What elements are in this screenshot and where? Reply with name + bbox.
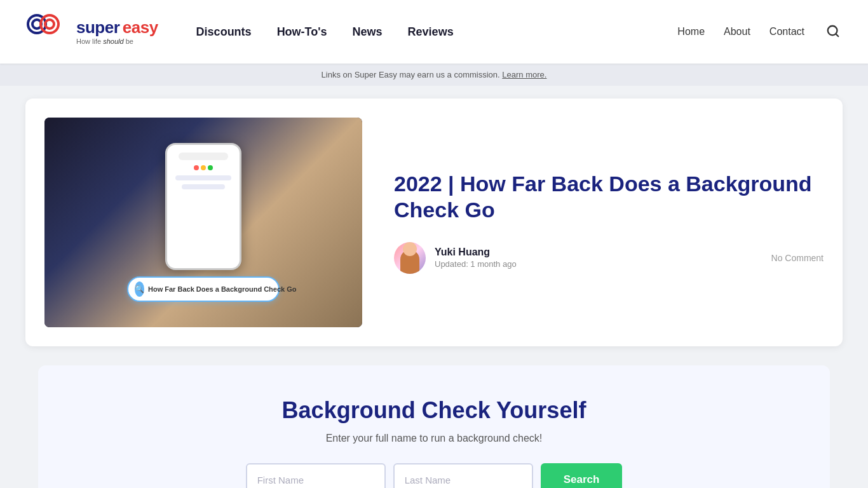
author-name: Yuki Huang bbox=[435, 247, 517, 258]
main-content: 🔍 How Far Back Does a Background Check G… bbox=[0, 86, 868, 488]
article-title: 2022 | How Far Back Does a Background Ch… bbox=[394, 171, 824, 223]
bg-check-widget: Background Check Yourself Enter your ful… bbox=[38, 365, 830, 488]
secondary-navigation: Home About Contact bbox=[677, 22, 843, 43]
search-button[interactable]: Search bbox=[541, 463, 623, 488]
search-bubble: 🔍 How Far Back Does a Background Check G… bbox=[127, 276, 280, 302]
phone-mockup bbox=[165, 143, 241, 270]
author-avatar bbox=[394, 242, 426, 274]
bg-check-form: Search bbox=[64, 463, 804, 488]
search-bubble-icon: 🔍 bbox=[135, 281, 144, 297]
svg-line-5 bbox=[836, 34, 838, 36]
phone-dots bbox=[194, 165, 213, 170]
dot-yellow bbox=[201, 165, 206, 170]
comment-count: No Comment bbox=[771, 253, 824, 263]
nav-item-reviews[interactable]: Reviews bbox=[408, 25, 454, 39]
article-card: 🔍 How Far Back Does a Background Check G… bbox=[25, 98, 843, 346]
first-name-input[interactable] bbox=[246, 463, 386, 488]
nav-item-about[interactable]: About bbox=[724, 26, 750, 37]
nav-item-discounts[interactable]: Discounts bbox=[196, 25, 252, 39]
avatar-head bbox=[403, 242, 417, 256]
notice-bar: Links on Super Easy may earn us a commis… bbox=[0, 64, 868, 86]
author-info: Yuki Huang Updated: 1 month ago bbox=[394, 242, 517, 274]
phone-line-1 bbox=[175, 175, 231, 180]
image-overlay: 🔍 How Far Back Does a Background Check G… bbox=[44, 118, 362, 327]
site-header: super easy How life should be Discounts … bbox=[0, 0, 868, 64]
dot-green bbox=[208, 165, 213, 170]
bg-check-subtitle: Enter your full name to run a background… bbox=[64, 433, 804, 444]
avatar-figure bbox=[400, 250, 419, 274]
bg-check-title: Background Check Yourself bbox=[64, 397, 804, 424]
logo[interactable]: super easy How life should be bbox=[25, 11, 158, 53]
author-details: Yuki Huang Updated: 1 month ago bbox=[435, 247, 517, 269]
notice-link[interactable]: Learn more. bbox=[502, 70, 546, 79]
nav-item-contact[interactable]: Contact bbox=[770, 26, 804, 37]
phone-top-bar bbox=[179, 152, 228, 160]
dot-red bbox=[194, 165, 199, 170]
search-button[interactable] bbox=[824, 22, 843, 43]
last-name-input[interactable] bbox=[393, 463, 533, 488]
nav-item-news[interactable]: News bbox=[353, 25, 383, 39]
author-row: Yuki Huang Updated: 1 month ago No Comme… bbox=[394, 242, 824, 274]
phone-line-2 bbox=[182, 184, 226, 189]
logo-easy-text: easy bbox=[123, 18, 158, 37]
article-image: 🔍 How Far Back Does a Background Check G… bbox=[44, 118, 362, 327]
logo-icon bbox=[25, 11, 70, 53]
main-navigation: Discounts How-To's News Reviews bbox=[196, 25, 678, 39]
nav-item-home[interactable]: Home bbox=[677, 26, 705, 37]
search-icon bbox=[826, 24, 840, 38]
svg-point-2 bbox=[41, 15, 58, 33]
avatar-inner bbox=[394, 242, 426, 274]
article-meta: 2022 | How Far Back Does a Background Ch… bbox=[394, 171, 824, 274]
logo-tagline: How life should be bbox=[76, 37, 158, 45]
search-bubble-text: How Far Back Does a Background Check Go bbox=[148, 285, 297, 293]
author-updated: Updated: 1 month ago bbox=[435, 259, 517, 269]
notice-text: Links on Super Easy may earn us a commis… bbox=[322, 70, 500, 79]
logo-super-text: super bbox=[76, 18, 119, 37]
nav-item-howtos[interactable]: How-To's bbox=[277, 25, 327, 39]
